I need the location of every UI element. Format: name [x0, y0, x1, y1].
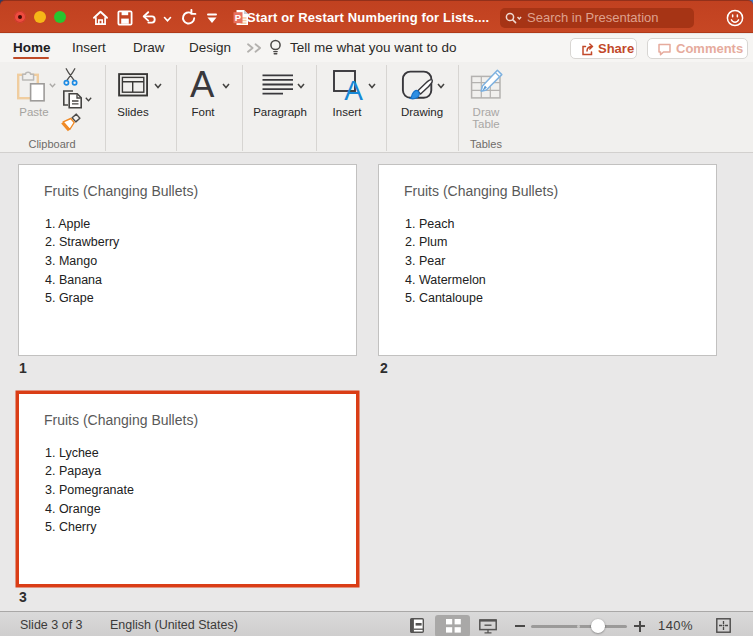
svg-text:P: P [235, 12, 242, 23]
svg-text:A: A [344, 75, 363, 103]
